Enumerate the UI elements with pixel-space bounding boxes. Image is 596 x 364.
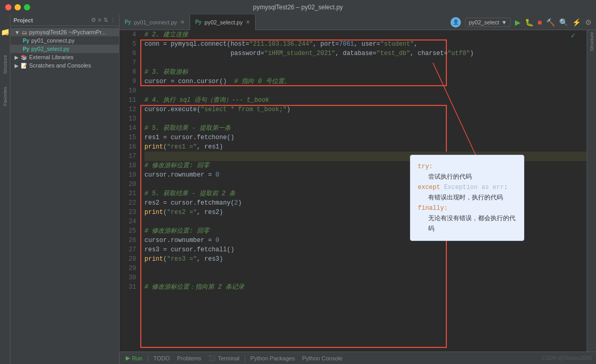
tooltip-line-4: 有错误出现时，执行的代码 [418,193,516,203]
code-line-27: res3 = cursor.fetchall() [144,245,587,254]
project-icon-symbol: 🗂 [22,30,27,35]
code-line-15: res1 = cursor.fetchone() [144,133,587,142]
structure-panel-label[interactable]: Structure [589,32,594,51]
code-line-6: password="iHRM_student_2021", database="… [144,49,587,58]
tree-item-extlibs[interactable]: ▶ 📚 External Libraries [10,53,119,61]
code-line-10 [144,86,587,96]
line-numbers: 4 5 6 7 8 9 10 11 12 13 14 15 16 17 18 1… [120,30,140,352]
tab-py01-icon: Py [125,19,131,25]
todo-label: TODO [153,355,170,361]
code-line-14: # 5. 获取结果 - 提取第一条 [144,124,587,133]
tab-py01-close[interactable]: ✕ [180,19,184,25]
project-tree: ▼ 🗂 pymysqlTest26 ~/PycharmPr... Py py01… [10,26,119,364]
tree-item-scratches[interactable]: ▶ 📝 Scratches and Consoles [10,61,119,70]
build-button[interactable]: 🔨 [546,18,555,26]
tab-py02-icon: Py [195,19,202,25]
favorites-side-icon[interactable]: Favorites [1,81,10,112]
tree-item-py01[interactable]: Py py01_connect.py [10,36,119,45]
project-panel-title: Project [14,17,89,23]
code-line-12: cursor.execute("select * from t_book;") [144,105,587,114]
bottom-divider-1 [148,355,148,362]
python-packages-label: Python Packages [250,355,295,361]
code-line-30 [144,273,587,282]
run-config-dropdown-icon: ▼ [501,19,507,25]
bottom-bar: ▶ Run TODO Problems ⬛ Terminal Python Pa… [120,352,596,364]
close-dot[interactable] [5,4,11,10]
scratches-folder-icon: 📝 [21,63,27,69]
sort-icon[interactable]: ⇅ [103,17,108,23]
side-icons-panel: 📁 Structure Favorites [0,15,10,364]
settings-icon[interactable]: ⋮ [110,17,116,23]
maximize-dot[interactable] [24,4,30,10]
search-toolbar-button[interactable]: 🔍 [559,18,568,26]
editor-area: Py py01_connect.py ✕ Py py02_select.py ✕… [120,15,596,364]
title-bar: pymysqlTest26 – py02_select.py [0,0,596,15]
structure-icon-label: Structure [3,55,8,74]
tree-item-py02[interactable]: Py py02_select.py [10,45,119,53]
code-content[interactable]: ✓ # 2. 建立连接 conn = pymysql.connect(host=… [140,30,587,352]
problems-btn[interactable]: Problems [175,355,203,361]
code-line-5: conn = pymysql.connect(host="211.103.136… [144,39,587,49]
plugin-button[interactable]: ⚡ [572,18,581,26]
code-line-16: print("res1 =", res1) [144,142,587,152]
tooltip-line-5: finally: [418,203,516,213]
minimize-dot[interactable] [15,4,21,10]
window-title: pymysqlTest26 – py02_select.py [253,4,343,11]
tab-py02[interactable]: Py py02_select.py ✕ [190,15,256,30]
extlibs-expand-icon: ▶ [15,55,19,60]
python-console-btn[interactable]: Python Console [300,355,345,361]
todo-btn[interactable]: TODO [151,355,172,361]
code-line-13 [144,114,587,124]
settings-toolbar-button[interactable]: ⚙ [585,18,592,26]
scratches-expand-icon: ▶ [15,63,19,69]
terminal-label: Terminal [218,355,240,361]
tab-py02-close[interactable]: ✕ [246,19,250,25]
code-line-29 [144,264,587,273]
gear-icon[interactable]: ⚙ [91,17,96,23]
scratches-label: Scratches and Consoles [29,62,91,69]
code-tooltip: try: 尝试执行的代码 except Exception as err: 有错… [410,155,524,241]
avatar-button[interactable]: 👤 [451,17,461,28]
run-label: Run [132,355,142,361]
terminal-btn[interactable]: ⬛ Terminal [206,355,242,361]
collapse-icon[interactable]: ≡ [98,17,101,23]
tooltip-line-6: 无论有没有错误，都会执行的代码 [418,213,516,234]
toolbar-right: 👤 py02_select ▼ ▶ 🐛 ■ 🔨 🔍 ⚡ ⚙ [451,17,596,28]
run-button[interactable]: ▶ [515,18,521,26]
extlibs-label: External Libraries [29,54,74,60]
code-editor[interactable]: 4 5 6 7 8 9 10 11 12 13 14 15 16 17 18 1… [120,30,596,352]
tab-py01[interactable]: Py py01_connect.py ✕ [120,15,190,30]
run-config-label: py02_select [469,19,499,25]
code-line-11: # 4. 执行 sql 语句（查询）--- t_book [144,96,587,105]
run-config-selector[interactable]: py02_select ▼ [465,18,511,27]
py-file-icon-2: Py [23,46,29,52]
py01-file-label: py01_connect.py [31,37,74,44]
project-label: pymysqlTest26 ~/PycharmPr... [29,29,106,35]
stop-button[interactable]: ■ [538,18,542,26]
project-panel: Project ⚙ ≡ ⇅ ⋮ ▼ 🗂 pymysqlTest26 ~/Pych… [10,15,120,364]
tab-py02-label: py02_select.py [205,19,243,25]
project-folder-icon: ▼ [15,30,20,35]
problems-label: Problems [177,355,201,361]
favorites-icon-label: Favorites [3,87,8,106]
py02-file-label: py02_select.py [31,46,69,52]
py-file-icon-1: Py [23,38,29,44]
tooltip-line-2: 尝试执行的代码 [418,172,516,182]
code-line-4: # 2. 建立连接 [144,30,587,39]
window-controls [5,4,30,10]
terminal-icon: ⬛ [208,355,216,361]
code-line-31: # 修改游标位置：指向第 2 条记录 [144,282,587,292]
tooltip-line-3: except Exception as err: [418,182,516,193]
code-line-7 [144,58,587,68]
run-bottom-btn[interactable]: ▶ Run [124,355,144,361]
run-icon: ▶ [126,355,130,361]
project-panel-header: Project ⚙ ≡ ⇅ ⋮ [10,15,119,26]
project-icon[interactable]: 📁 [1,17,10,48]
panel-header-icons: ⚙ ≡ ⇅ ⋮ [91,17,116,23]
tree-item-project[interactable]: ▼ 🗂 pymysqlTest26 ~/PycharmPr... [10,28,119,36]
structure-panel-right: Structure [587,30,596,352]
main-layout: 📁 Structure Favorites Project ⚙ ≡ ⇅ ⋮ ▼ … [0,15,596,364]
debug-button[interactable]: 🐛 [525,18,534,26]
structure-side-icon[interactable]: Structure [1,49,10,80]
python-packages-btn[interactable]: Python Packages [248,355,297,361]
